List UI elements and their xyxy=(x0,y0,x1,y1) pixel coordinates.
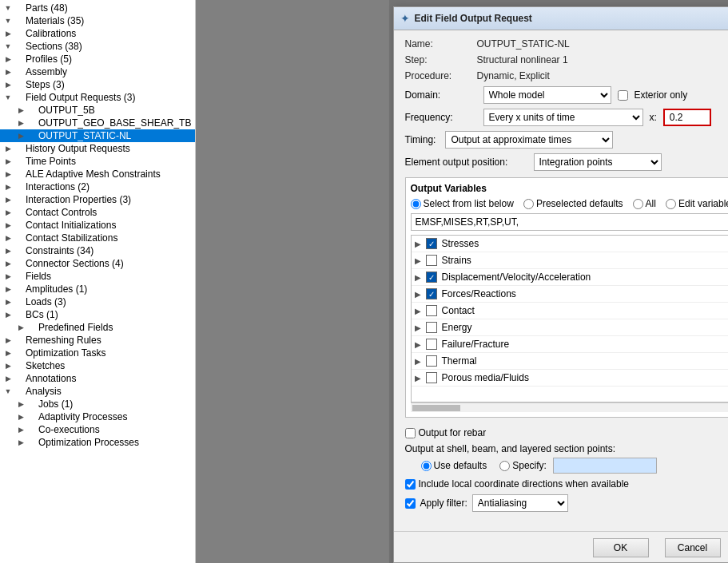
shell-options-row: Use defaults Specify: xyxy=(405,458,729,474)
sidebar-item-optimization-tasks[interactable]: ▶Optimization Tasks xyxy=(0,347,195,359)
include-local-checkbox[interactable] xyxy=(405,479,416,490)
sidebar-item-label: Loads (3) xyxy=(26,296,192,307)
frequency-select[interactable]: Every x units of timeEvery n incrementsA… xyxy=(483,109,643,126)
variable-list-item[interactable]: ▶✓Stresses xyxy=(412,236,729,252)
domain-select[interactable]: Whole modelSetBolt load xyxy=(483,86,611,104)
sidebar-item-time-points[interactable]: ▶Time Points xyxy=(0,155,195,168)
sidebar-item-label: Sections (38) xyxy=(26,41,192,52)
expand-icon: ▶ xyxy=(16,131,26,141)
var-checkbox[interactable] xyxy=(426,355,437,367)
dialog-icon: ✦ xyxy=(400,12,410,25)
radio-preselected[interactable]: Preselected defaults xyxy=(523,198,623,209)
x-label: x: xyxy=(650,112,657,123)
output-static-nl-icon xyxy=(26,130,37,141)
variable-list-item[interactable]: ▶Failure/Fracture xyxy=(412,336,729,353)
var-label: Stresses xyxy=(442,238,729,249)
sidebar-item-calibrations[interactable]: ▶Calibrations xyxy=(0,27,195,40)
sidebar-item-interactions[interactable]: ▶Interactions (2) xyxy=(0,180,195,193)
sidebar-item-label: Contact Stabilizations xyxy=(26,232,192,244)
horizontal-scrollbar[interactable] xyxy=(411,402,729,412)
var-checkbox[interactable] xyxy=(426,305,437,316)
apply-filter-checkbox[interactable] xyxy=(405,498,416,509)
sidebar-item-parts[interactable]: ▼Parts (48) xyxy=(0,2,195,14)
expand-icon: ▶ xyxy=(3,169,13,179)
sidebar-item-loads[interactable]: ▶Loads (3) xyxy=(0,295,195,308)
variable-list-item[interactable]: ▶Strains xyxy=(412,252,729,269)
sidebar-item-contact-init[interactable]: ▶Contact Initializations xyxy=(0,219,195,232)
timing-row: Timing: Output at approximate timesOutpu… xyxy=(405,131,729,149)
variable-list-item[interactable]: ▶Energy xyxy=(412,319,729,336)
sidebar-item-optimization-processes[interactable]: ▶Optimization Processes xyxy=(0,436,195,449)
sidebar-item-output-static-nl[interactable]: ▶OUTPUT_STATIC-NL xyxy=(0,129,195,142)
sidebar-item-annotations[interactable]: ▶Annotations xyxy=(0,372,195,385)
var-label: Failure/Fracture xyxy=(442,339,729,350)
contact-stab-icon xyxy=(13,232,24,244)
sidebar-item-ale-adaptive[interactable]: ▶ALE Adaptive Mesh Constraints xyxy=(0,168,195,180)
sidebar-item-remeshing-rules[interactable]: ▶Remeshing Rules xyxy=(0,334,195,347)
sidebar-item-profiles[interactable]: ▶Profiles (5) xyxy=(0,53,195,65)
ok-button[interactable]: OK xyxy=(593,538,649,557)
sidebar-item-field-output-requests[interactable]: ▼Field Output Requests (3) xyxy=(0,91,195,104)
radio-edit-vars[interactable]: Edit variables xyxy=(666,198,728,209)
output-rebar-checkbox[interactable] xyxy=(405,428,416,438)
sidebar-item-materials[interactable]: ▼Materials (35) xyxy=(0,14,195,27)
shell-section-label: Output at shell, beam, and layered secti… xyxy=(405,443,729,454)
sidebar-item-sections[interactable]: ▼Sections (38) xyxy=(0,40,195,53)
variable-list-item[interactable]: ▶Porous media/Fluids xyxy=(412,370,729,387)
sidebar-item-connector-sections[interactable]: ▶Connector Sections (4) xyxy=(0,257,195,270)
elem-pos-select[interactable]: Integration pointsCentroidalNodes xyxy=(534,153,662,171)
sidebar-item-fields[interactable]: ▶Fields xyxy=(0,270,195,283)
var-checkbox[interactable]: ✓ xyxy=(426,238,437,249)
var-expand-arrow: ▶ xyxy=(415,240,426,248)
x-value-input[interactable]: 0.2 xyxy=(663,109,711,126)
expand-icon: ▶ xyxy=(3,208,13,217)
sidebar-item-co-executions[interactable]: ▶Co-executions xyxy=(0,423,195,436)
var-checkbox[interactable] xyxy=(426,322,437,333)
var-checkbox[interactable] xyxy=(426,339,437,350)
scrollbar-thumb[interactable] xyxy=(412,405,460,411)
radio-select-from-list[interactable]: Select from list below xyxy=(411,198,514,209)
specify-radio[interactable]: Specify: xyxy=(499,460,547,471)
sidebar-item-label: ALE Adaptive Mesh Constraints xyxy=(26,169,192,180)
variables-text-field: EMSF,MISES,RT,SP,UT, xyxy=(411,213,729,231)
sidebar-item-amplitudes[interactable]: ▶Amplitudes (1) xyxy=(0,283,195,295)
sidebar-item-interaction-props[interactable]: ▶Interaction Properties (3) xyxy=(0,193,195,206)
specify-input[interactable] xyxy=(553,458,657,474)
var-checkbox[interactable]: ✓ xyxy=(426,272,437,283)
sidebar-item-constraints[interactable]: ▶Constraints (34) xyxy=(0,244,195,257)
sidebar-item-adaptivity[interactable]: ▶Adaptivity Processes xyxy=(0,410,195,423)
sidebar-item-contact-controls[interactable]: ▶Contact Controls xyxy=(0,206,195,219)
var-checkbox[interactable] xyxy=(426,255,437,266)
variable-list-item[interactable]: ▶✓Forces/Reactions xyxy=(412,286,729,303)
var-checkbox[interactable] xyxy=(426,372,437,383)
output-5b-icon xyxy=(26,105,37,116)
cancel-button[interactable]: Cancel xyxy=(665,538,721,557)
exterior-only-checkbox[interactable] xyxy=(618,90,628,101)
sidebar-item-label: Optimization Processes xyxy=(38,437,192,448)
sidebar-item-steps[interactable]: ▶Steps (3) xyxy=(0,78,195,91)
sidebar-item-jobs[interactable]: ▶Jobs (1) xyxy=(0,398,195,410)
sidebar-item-label: Fields xyxy=(26,271,192,282)
expand-icon: ▶ xyxy=(16,323,26,332)
sidebar-item-contact-stab[interactable]: ▶Contact Stabilizations xyxy=(0,232,195,244)
sidebar-item-bcs[interactable]: ▶BCs (1) xyxy=(0,308,195,321)
timing-select[interactable]: Output at approximate timesOutput at exa… xyxy=(445,131,613,149)
sidebar-item-sketches[interactable]: ▶Sketches xyxy=(0,359,195,372)
variable-list-item[interactable]: ▶Thermal xyxy=(412,353,729,370)
expand-icon: ▶ xyxy=(3,246,13,256)
sidebar-item-output-geo-base[interactable]: ▶OUTPUT_GEO_BASE_SHEAR_TB xyxy=(0,117,195,129)
variable-list-item[interactable]: ▶Contact xyxy=(412,303,729,319)
var-label: Strains xyxy=(442,255,729,266)
variable-list-item[interactable]: ▶✓Displacement/Velocity/Acceleration xyxy=(412,269,729,286)
annotations-icon xyxy=(13,373,24,384)
sidebar-item-assembly[interactable]: ▶Assembly xyxy=(0,65,195,78)
sidebar-item-history-output[interactable]: ▶History Output Requests xyxy=(0,142,195,155)
output-vars-title: Output Variables xyxy=(411,183,729,194)
sidebar-item-predefined-fields[interactable]: ▶Predefined Fields xyxy=(0,321,195,334)
use-defaults-radio[interactable]: Use defaults xyxy=(421,460,487,471)
sidebar-item-analysis[interactable]: ▼Analysis xyxy=(0,385,195,398)
filter-select[interactable]: AntialiasingNone xyxy=(472,494,568,512)
var-checkbox[interactable]: ✓ xyxy=(426,288,437,299)
sidebar-item-output-5b[interactable]: ▶OUTPUT_5B xyxy=(0,104,195,117)
radio-all[interactable]: All xyxy=(633,198,656,209)
